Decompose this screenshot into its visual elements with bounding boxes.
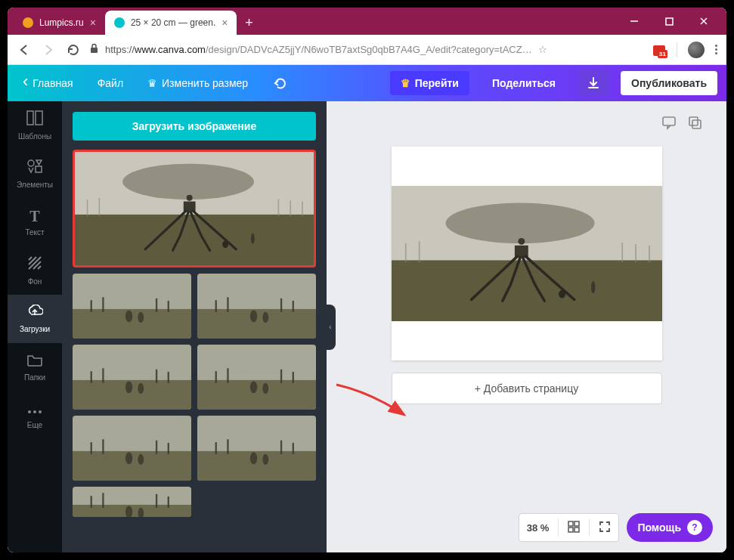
sidebar-item-uploads[interactable]: Загрузки bbox=[8, 295, 62, 343]
profile-avatar[interactable] bbox=[688, 42, 705, 58]
browser-menu-button[interactable] bbox=[715, 45, 717, 54]
uploads-icon bbox=[26, 305, 43, 322]
add-page-label: + Добавить страницу bbox=[475, 382, 578, 394]
resize-button[interactable]: Изменить размер bbox=[141, 73, 254, 94]
svg-rect-39 bbox=[568, 528, 573, 532]
svg-point-32 bbox=[33, 410, 36, 413]
text-icon: T bbox=[29, 208, 39, 225]
browser-titlebar: Lumpics.ru × 25 × 20 cm — green. × + bbox=[8, 8, 726, 35]
sidebar-item-folders[interactable]: Папки bbox=[8, 343, 62, 391]
background-icon bbox=[27, 255, 42, 274]
svg-rect-38 bbox=[575, 521, 579, 526]
templates-icon bbox=[26, 110, 43, 129]
design-page[interactable] bbox=[392, 147, 662, 360]
extension-icon[interactable]: 31 bbox=[652, 43, 666, 57]
svg-rect-36 bbox=[692, 120, 701, 128]
svg-point-31 bbox=[28, 410, 31, 413]
upload-image-button[interactable]: Загрузить изображение bbox=[73, 112, 316, 141]
undo-button[interactable] bbox=[266, 71, 293, 95]
sidebar-item-background[interactable]: Фон bbox=[8, 246, 62, 295]
duplicate-icon[interactable] bbox=[687, 115, 702, 130]
sidebar-item-templates[interactable]: Шаблоны bbox=[8, 101, 62, 150]
svg-rect-27 bbox=[27, 111, 33, 125]
close-icon[interactable]: × bbox=[221, 17, 228, 29]
undo-icon bbox=[272, 76, 287, 91]
sidebar-item-elements[interactable]: Элементы bbox=[8, 150, 62, 198]
sidebar-item-text[interactable]: T Текст bbox=[8, 198, 62, 246]
help-button[interactable]: Помощь ? bbox=[627, 513, 713, 542]
sidebar-label: Элементы bbox=[17, 181, 53, 189]
download-button[interactable] bbox=[578, 70, 609, 97]
download-icon bbox=[587, 76, 600, 90]
svg-point-33 bbox=[39, 410, 42, 413]
sidebar-label: Папки bbox=[24, 373, 45, 382]
upgrade-label: Перейти bbox=[415, 77, 459, 89]
new-tab-button[interactable]: + bbox=[240, 14, 258, 32]
url-field[interactable]: https://www.canva.com/design/DADVcAZ5jjY… bbox=[89, 43, 643, 56]
star-icon[interactable]: ☆ bbox=[538, 44, 547, 55]
crown-icon bbox=[147, 77, 157, 89]
upload-thumbnail[interactable] bbox=[73, 150, 316, 268]
publish-button[interactable]: Опубликовать bbox=[621, 71, 717, 95]
svg-rect-24 bbox=[666, 18, 673, 25]
close-icon[interactable]: × bbox=[90, 17, 96, 29]
reload-button[interactable] bbox=[65, 42, 80, 57]
maximize-button[interactable] bbox=[658, 11, 680, 32]
svg-rect-25 bbox=[91, 48, 98, 53]
canvas-area: + Добавить страницу 38 % Помощь ? bbox=[327, 101, 726, 552]
svg-rect-30 bbox=[36, 166, 42, 172]
file-label: Файл bbox=[98, 77, 123, 89]
uploads-gallery bbox=[73, 150, 316, 542]
publish-label: Опубликовать bbox=[631, 77, 707, 89]
sidebar-label: Еще bbox=[27, 421, 42, 429]
upgrade-button[interactable]: ♛Перейти bbox=[390, 71, 469, 95]
file-menu[interactable]: Файл bbox=[91, 73, 129, 94]
browser-tab[interactable]: 25 × 20 cm — green. × bbox=[105, 11, 237, 35]
forward-button[interactable] bbox=[41, 42, 56, 57]
svg-rect-28 bbox=[36, 111, 42, 125]
help-icon: ? bbox=[687, 520, 702, 535]
tab-title: Lumpics.ru bbox=[39, 17, 84, 28]
upload-thumbnail[interactable] bbox=[197, 345, 316, 410]
more-icon bbox=[27, 402, 42, 418]
app-header: Главная Файл Изменить размер ♛Перейти По… bbox=[8, 65, 726, 101]
minimize-button[interactable] bbox=[624, 11, 645, 32]
crown-icon: ♛ bbox=[401, 77, 410, 89]
upload-thumbnail[interactable] bbox=[197, 416, 316, 481]
back-button[interactable] bbox=[17, 42, 32, 57]
sidebar-item-more[interactable]: Еще bbox=[8, 391, 62, 440]
sidebar-label: Загрузки bbox=[20, 325, 50, 333]
upload-thumbnail[interactable] bbox=[73, 416, 191, 481]
zoom-value[interactable]: 38 % bbox=[527, 522, 550, 534]
sidebar-label: Текст bbox=[25, 228, 44, 237]
address-bar: https://www.canva.com/design/DADVcAZ5jjY… bbox=[8, 35, 726, 65]
uploads-panel: Загрузить изображение bbox=[62, 101, 327, 552]
chevron-left-icon bbox=[23, 77, 28, 89]
close-button[interactable] bbox=[693, 11, 714, 32]
sidebar-label: Фон bbox=[28, 277, 42, 286]
placed-image[interactable] bbox=[392, 186, 662, 321]
comment-icon[interactable] bbox=[661, 115, 677, 130]
grid-view-icon[interactable] bbox=[568, 521, 580, 535]
home-button[interactable]: Главная bbox=[17, 73, 79, 94]
add-page-button[interactable]: + Добавить страницу bbox=[392, 373, 662, 404]
lock-icon bbox=[89, 43, 99, 56]
upload-thumbnail[interactable] bbox=[73, 345, 191, 410]
upload-thumbnail[interactable] bbox=[197, 274, 316, 339]
svg-point-29 bbox=[28, 160, 34, 166]
share-button[interactable]: Поделиться bbox=[482, 71, 566, 95]
sidebar: Шаблоны Элементы T Текст Фон Загрузки Па… bbox=[8, 101, 62, 552]
upload-thumbnail[interactable] bbox=[73, 274, 191, 339]
share-label: Поделиться bbox=[492, 77, 556, 89]
home-label: Главная bbox=[33, 77, 73, 89]
folder-icon bbox=[26, 353, 43, 370]
svg-rect-37 bbox=[568, 521, 573, 526]
tab-title: 25 × 20 cm — green. bbox=[131, 17, 215, 28]
upload-thumbnail[interactable] bbox=[73, 487, 191, 517]
zoom-controls: 38 % bbox=[519, 513, 620, 542]
fullscreen-icon[interactable] bbox=[599, 521, 611, 535]
svg-rect-34 bbox=[663, 117, 675, 125]
help-label: Помощь bbox=[637, 521, 681, 534]
elements-icon bbox=[26, 159, 43, 178]
browser-tab[interactable]: Lumpics.ru × bbox=[14, 11, 105, 35]
